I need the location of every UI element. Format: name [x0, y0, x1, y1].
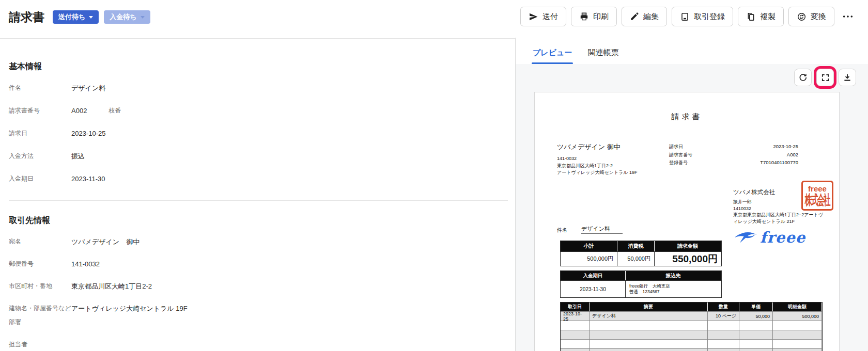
- item-date: 2023-10-25: [561, 311, 590, 321]
- copy-icon: [746, 12, 756, 22]
- edit-button[interactable]: 編集: [622, 7, 667, 26]
- basic-info-heading: 基本情報: [9, 61, 515, 72]
- printer-icon: [579, 12, 589, 22]
- document-icon: [680, 12, 690, 22]
- section-divider: [9, 200, 508, 201]
- meta-registration-number: 登録番号 T7010401100770: [669, 159, 798, 168]
- convert-button[interactable]: 変換: [788, 7, 834, 26]
- tab-related-documents[interactable]: 関連帳票: [587, 48, 618, 64]
- subtotal-value: 500,000円: [561, 251, 617, 266]
- preview-toolbar: [794, 69, 856, 86]
- invoice-document-preview: 請求書 ツバメデザイン 御中 141-0032 東京都品川区大崎1丁目2-2 ア…: [534, 92, 840, 351]
- refresh-button[interactable]: [794, 69, 812, 86]
- summary-table: 小計 消費税 請求金額 500,000円 50,000円 550,000円: [560, 241, 722, 266]
- field-building: 建物名・部屋番号など アートヴィレッジ大崎セントラル 19F: [9, 304, 515, 313]
- chevron-down-icon: [141, 16, 145, 19]
- client-info-heading: 取引先情報: [9, 215, 515, 226]
- document-customer-name: ツバメデザイン 御中: [557, 142, 621, 152]
- download-icon: [843, 73, 852, 82]
- status-badges: 送付待ち 入金待ち: [53, 10, 150, 24]
- fullscreen-icon: [821, 73, 830, 82]
- field-city-address: 市区町村・番地 東京都品川区大崎1丁目2-2: [9, 282, 515, 291]
- print-button[interactable]: 印刷: [571, 7, 617, 26]
- preview-panel: プレビュー 関連帳票 請求書: [515, 38, 868, 351]
- empty-cell: [561, 339, 590, 348]
- freee-logo-text: freee: [760, 229, 805, 246]
- tax-value: 50,000円: [617, 251, 655, 266]
- status-badge-label: 入金待ち: [110, 12, 136, 22]
- status-badge-label: 送付待ち: [58, 12, 85, 22]
- status-badge-payment[interactable]: 入金待ち: [104, 10, 150, 24]
- field-invoice-date: 請求日 2023-10-25: [9, 129, 515, 138]
- empty-cell: [561, 348, 590, 351]
- pencil-icon: [630, 12, 639, 21]
- total-amount-value: 550,000円: [655, 251, 721, 266]
- convert-icon: [797, 12, 807, 22]
- ellipsis-icon: [842, 12, 854, 21]
- header-toolbar: 送付 印刷 編集 取引登録 複製: [520, 7, 857, 26]
- field-payment-method: 入金方法 振込: [9, 152, 515, 161]
- chevron-down-icon: [89, 16, 93, 19]
- app-header: 請求書 送付待ち 入金待ち 送付 印刷 編集: [0, 0, 868, 38]
- document-title: 請求書: [535, 112, 839, 122]
- empty-cell: [561, 321, 590, 330]
- item-unit-price: 50,000: [739, 311, 773, 321]
- field-subject: 件名 デザイン料: [9, 84, 515, 92]
- document-customer-address: 141-0032 東京都品川区大崎1丁目2-2 アートヴィレッジ大崎セントラル …: [557, 155, 638, 177]
- register-transaction-button[interactable]: 取引登録: [672, 7, 733, 26]
- invoice-detail-panel: 基本情報 件名 デザイン料 請求書番号 A002 枝番 請求日 2023-10-…: [0, 38, 515, 351]
- preview-area: 請求書 ツバメデザイン 御中 141-0032 東京都品川区大崎1丁目2-2 ア…: [516, 64, 868, 351]
- more-menu-button[interactable]: [839, 10, 857, 23]
- field-addressee: 宛名 ツバメデザイン 御中: [9, 237, 515, 246]
- line-items-table: 取引日 摘要 数量 単価 明細金額 2023-10-25 デザイン料 10 ペー…: [560, 302, 823, 351]
- freee-logo: freee: [734, 229, 805, 246]
- company-seal-stamp: freee 株式会社: [801, 181, 833, 211]
- duplicate-button[interactable]: 複製: [738, 7, 784, 26]
- document-meta: 請求日 2023-10-25 請求書番号 A002 登録番号 T70104011…: [669, 143, 798, 168]
- refresh-icon: [798, 73, 808, 82]
- send-button[interactable]: 送付: [520, 7, 566, 26]
- item-amount: 500,000: [773, 311, 822, 321]
- due-date-value: 2023-11-30: [561, 280, 626, 297]
- download-button[interactable]: [839, 69, 856, 86]
- branch-number-label: 枝番: [109, 106, 121, 115]
- fullscreen-button[interactable]: [816, 69, 834, 86]
- item-quantity: 10 ページ: [708, 311, 739, 321]
- tab-preview[interactable]: プレビュー: [533, 48, 572, 64]
- field-invoice-number: 請求書番号 A002 枝番: [9, 106, 515, 115]
- preview-tabs: プレビュー 関連帳票: [516, 38, 868, 64]
- status-badge-sending[interactable]: 送付待ち: [53, 10, 99, 24]
- item-description: デザイン料: [590, 311, 708, 321]
- field-contact-person: 担当者: [9, 340, 515, 349]
- send-icon: [529, 12, 538, 22]
- empty-cell: [561, 330, 590, 339]
- meta-invoice-date: 請求日 2023-10-25: [669, 143, 798, 152]
- payment-table: 入金期日 振込先 2023-11-30 freee銀行 大崎支店 普通 1234…: [560, 270, 722, 298]
- field-postal-code: 郵便番号 141-0032: [9, 260, 515, 268]
- swallow-icon: [734, 229, 758, 246]
- page-title: 請求書: [9, 9, 44, 25]
- field-due-date: 入金期日 2023-11-30: [9, 174, 515, 183]
- meta-invoice-number: 請求書番号 A002: [669, 152, 798, 160]
- document-subject: 件名 デザイン料: [557, 225, 623, 234]
- field-department: 部署: [9, 318, 515, 327]
- bank-transfer-info: freee銀行 大崎支店 普通 1234567: [626, 280, 721, 297]
